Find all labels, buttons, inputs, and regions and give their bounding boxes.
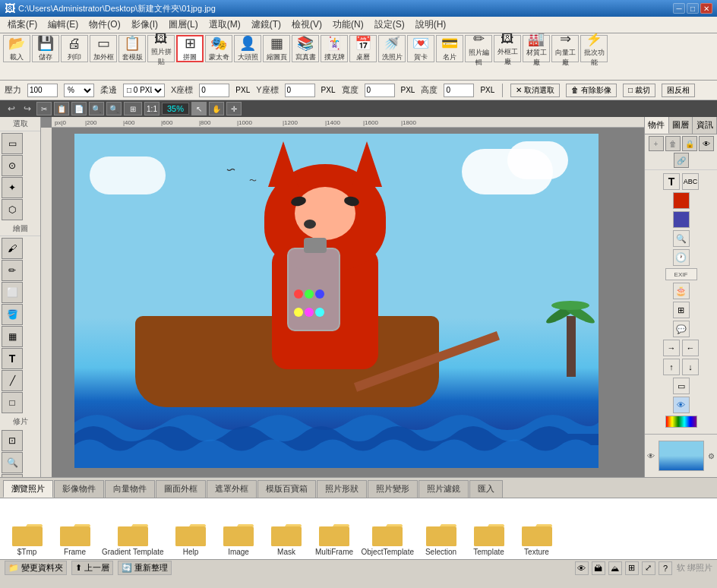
bottom-tab-模版百寶箱[interactable]: 模版百寶箱 [257, 480, 316, 498]
ri-arrow-up-btn[interactable]: ↑ [663, 359, 680, 375]
ri-abc-btn[interactable]: ABC [682, 173, 699, 190]
brush-tool[interactable]: 🖌 [2, 238, 23, 259]
bottom-tab-向量物件[interactable]: 向量物件 [105, 480, 155, 498]
maximize-button[interactable]: □ [687, 3, 699, 14]
softness-select[interactable]: □ 0 PXL [123, 84, 165, 97]
toolbar-btn-載入[interactable]: 📂載入 [3, 35, 30, 62]
folder-Selection[interactable]: Selection [420, 520, 462, 556]
zoom-in-btn[interactable]: 🔍 [89, 102, 104, 115]
height-input[interactable] [444, 84, 474, 97]
ri-color-red[interactable] [673, 192, 690, 209]
folder-GradientTemplate[interactable]: Gradient Template [102, 520, 164, 556]
ri-clock-btn[interactable]: 🕐 [673, 249, 690, 266]
pressure-input[interactable] [27, 84, 58, 97]
bottom-tab-遮罩外框[interactable]: 遮罩外框 [207, 480, 257, 498]
ri-cake-btn[interactable]: 🎂 [673, 283, 690, 299]
status-mountain2-btn[interactable]: ⛰ [608, 561, 622, 575]
crop-tool[interactable]: ⊡ [2, 430, 23, 451]
clear-image-btn[interactable]: 🗑 有除影像 [566, 84, 617, 97]
folder-Help[interactable]: Help [170, 520, 212, 556]
rt-delete-btn[interactable]: 🗑 [665, 136, 681, 151]
fill-tool[interactable]: 🪣 [2, 304, 23, 325]
paste-btn[interactable]: 📄 [71, 102, 87, 115]
tab-info[interactable]: 資訊 [693, 117, 717, 134]
pencil-tool[interactable]: ✏ [2, 260, 23, 281]
toolbar-btn-名片[interactable]: 💳名片 [436, 35, 463, 62]
ri-grid-btn[interactable]: ⊞ [673, 302, 690, 318]
crop-btn[interactable]: □ 裁切 [623, 84, 655, 97]
menu-item-t[interactable]: 濾鏡(T) [247, 17, 286, 33]
folder-Texture[interactable]: Texture [516, 520, 557, 556]
cut-btn[interactable]: ✂ [36, 102, 52, 115]
folder-MultiFrame[interactable]: MultiFrame [314, 520, 355, 556]
toolbar-btn-列印[interactable]: 🖨列印 [61, 35, 88, 62]
menu-item-m[interactable]: 選取(M) [204, 17, 245, 33]
up-level-btn[interactable]: ⬆ 上一層 [71, 561, 113, 575]
toolbar-btn-縮圖頁[interactable]: ▦縮圖頁 [263, 35, 290, 62]
change-folder-btn[interactable]: 📁 變更資料夾 [5, 561, 67, 575]
bottom-tab-照片濾鏡[interactable]: 照片濾鏡 [419, 480, 469, 498]
folder-Image[interactable]: Image [218, 520, 260, 556]
ri-zoom-btn[interactable]: 🔍 [673, 230, 690, 247]
pan-tool-btn[interactable]: ✋ [209, 102, 224, 115]
ri-exif-btn[interactable]: EXIF [665, 268, 697, 280]
minimize-button[interactable]: ─ [673, 3, 685, 14]
crosshair-btn[interactable]: ✛ [226, 102, 242, 115]
ri-bubble-btn[interactable]: 💬 [673, 321, 690, 337]
zoom-out-btn[interactable]: 🔍 [106, 102, 122, 115]
folder-$Tmp[interactable]: $Tmp [6, 520, 48, 556]
menu-item-n[interactable]: 功能(N) [328, 17, 368, 33]
zoom-tool[interactable]: 🔍 [2, 452, 23, 473]
toolbar-btn-批次功能[interactable]: ⚡批次功能 [580, 35, 608, 62]
rt-add-btn[interactable]: + [649, 136, 664, 151]
rt-lock-btn[interactable]: 🔒 [682, 136, 697, 151]
ri-color-gradient[interactable] [665, 416, 697, 428]
toolbar-btn-照片編輯[interactable]: ✏照片編輯 [465, 35, 492, 62]
toolbar-btn-材質工廠[interactable]: 🏭材質工廠 [523, 35, 550, 62]
rect-select-tool[interactable]: ▭ [2, 133, 23, 154]
lasso-tool[interactable]: ⊙ [2, 155, 23, 176]
folder-Mask[interactable]: Mask [266, 520, 308, 556]
toolbar-btn-洗照片[interactable]: 🚿洗照片 [378, 35, 406, 62]
menu-item-v[interactable]: 檢視(V) [287, 17, 327, 33]
copy-btn[interactable]: 📋 [54, 102, 69, 115]
fit-btn[interactable]: ⊞ [124, 102, 142, 115]
menu-item-f[interactable]: 檔案(F) [3, 17, 42, 33]
invert-btn[interactable]: 困反相 [662, 84, 695, 97]
toolbar-btn-套模版[interactable]: 📋套模版 [118, 35, 146, 62]
menu-item-s[interactable]: 設定(S) [370, 17, 409, 33]
text-tool[interactable]: T [2, 348, 23, 369]
toolbar-btn-大頭照[interactable]: 👤大頭照 [234, 35, 261, 62]
toolbar-btn-向量工廠[interactable]: ⇒向量工廠 [551, 35, 579, 62]
toolbar-btn-賀卡[interactable]: 💌賀卡 [407, 35, 434, 62]
bottom-tab-瀏覽照片[interactable]: 瀏覽照片 [3, 480, 53, 498]
canvas-scroll[interactable]: 〜 〜 [52, 128, 644, 477]
status-resize-btn[interactable]: ⤢ [642, 561, 655, 575]
line-tool[interactable]: ╱ [2, 370, 23, 391]
layer-settings-btn[interactable]: ⚙ [706, 450, 718, 462]
close-button[interactable]: ✕ [700, 3, 712, 14]
layer-eye-btn[interactable]: 👁 [645, 450, 657, 462]
redo-btn[interactable]: ↪ [21, 102, 34, 115]
ri-text-btn[interactable]: T [663, 173, 680, 190]
folder-ObjectTemplate[interactable]: ObjectTemplate [362, 520, 414, 556]
y-input[interactable] [285, 84, 315, 97]
status-eye-btn[interactable]: 👁 [575, 561, 589, 575]
gradient-tool[interactable]: ▦ [2, 326, 23, 347]
ri-border-btn[interactable]: ▭ [673, 378, 690, 394]
width-input[interactable] [365, 84, 395, 97]
ri-eye2-btn[interactable]: 👁 [673, 397, 690, 413]
eraser-tool[interactable]: ⬜ [2, 282, 23, 303]
cancel-select-btn[interactable]: ✕ 取消選取 [510, 84, 560, 97]
bottom-tab-圖面外框[interactable]: 圖面外框 [156, 480, 206, 498]
toolbar-btn-蒙太奇[interactable]: 🎭蒙太奇 [205, 35, 232, 62]
tab-object[interactable]: 物件 [645, 117, 669, 134]
toolbar-btn-外框工廠[interactable]: 🖼外框工廠 [494, 35, 521, 62]
rt-eye-btn[interactable]: 👁 [699, 136, 714, 151]
ri-arrow-right-btn[interactable]: → [663, 340, 680, 356]
menu-item-i[interactable]: 影像(I) [127, 17, 163, 33]
menu-item-h[interactable]: 說明(H) [411, 17, 451, 33]
bottom-tab-影像物件[interactable]: 影像物件 [54, 480, 104, 498]
ri-color-blue[interactable] [673, 211, 690, 228]
toolbar-btn-桌曆[interactable]: 📅桌曆 [349, 35, 377, 62]
